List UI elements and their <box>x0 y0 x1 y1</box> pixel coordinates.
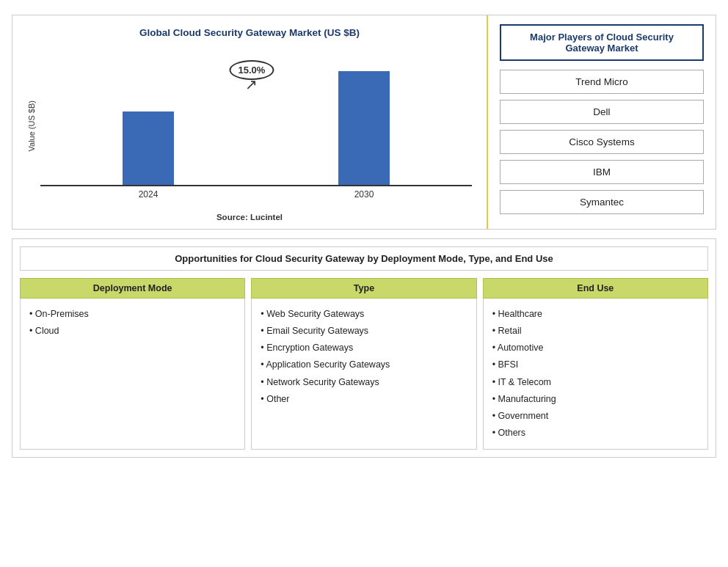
player-cisco: Cisco Systems <box>500 130 704 154</box>
type-item-0: Web Security Gateways <box>261 306 467 323</box>
source-text: Source: Lucintel <box>216 213 283 222</box>
enduse-item-2: Automotive <box>492 340 699 356</box>
type-item-5: Other <box>261 391 467 408</box>
player-symantec: Symantec <box>500 190 704 214</box>
column-body-type: Web Security Gateways Email Security Gat… <box>251 299 476 450</box>
enduse-item-4: IT & Telecom <box>492 374 699 391</box>
enduse-item-3: BFSI <box>492 356 699 373</box>
bottom-section: Opportunities for Cloud Security Gateway… <box>12 238 716 458</box>
player-trend-micro: Trend Micro <box>500 70 704 94</box>
chart-area: Value (US $B) 15.0% ↗ <box>27 45 472 207</box>
players-title: Major Players of Cloud Security Gateway … <box>500 24 704 61</box>
type-item-4: Network Security Gateways <box>261 374 467 391</box>
enduse-item-5: Manufacturing <box>492 391 699 408</box>
enduse-item-7: Others <box>492 425 699 442</box>
player-ibm: IBM <box>500 160 704 184</box>
columns-container: Deployment Mode On-Premises Cloud Type W… <box>20 278 708 450</box>
x-labels: 2024 2030 <box>40 186 472 200</box>
column-header-type: Type <box>251 278 476 299</box>
bar-2024 <box>123 111 174 185</box>
y-axis-label: Value (US $B) <box>27 100 36 152</box>
column-enduse: End Use Healthcare Retail Automotive BFS… <box>483 278 708 450</box>
bar-2030 <box>338 71 390 185</box>
type-item-3: Application Security Gateways <box>261 356 467 373</box>
enduse-item-1: Retail <box>492 323 699 340</box>
enduse-item-6: Government <box>492 408 699 425</box>
opportunities-title: Opportunities for Cloud Security Gateway… <box>20 246 708 271</box>
chart-section: Global Cloud Security Gateway Market (US… <box>12 15 488 229</box>
players-section: Major Players of Cloud Security Gateway … <box>488 15 716 229</box>
chart-title: Global Cloud Security Gateway Market (US… <box>139 27 360 38</box>
column-body-deployment: On-Premises Cloud <box>20 299 245 450</box>
player-dell: Dell <box>500 100 704 124</box>
column-body-enduse: Healthcare Retail Automotive BFSI IT & T… <box>483 299 708 450</box>
cagr-annotation: 15.0% ↗ <box>229 60 274 92</box>
main-container: Global Cloud Security Gateway Market (US… <box>12 15 716 458</box>
column-header-enduse: End Use <box>483 278 708 299</box>
bars-row: 15.0% ↗ <box>40 45 472 185</box>
cagr-arrow: ↗ <box>245 77 258 92</box>
x-label-2024: 2024 <box>40 186 256 200</box>
type-item-1: Email Security Gateways <box>261 323 467 340</box>
bar-wrapper-2024 <box>40 45 256 185</box>
top-section: Global Cloud Security Gateway Market (US… <box>12 15 716 230</box>
bars-container: 15.0% ↗ 2024 2030 <box>40 45 472 207</box>
bar-wrapper-2030 <box>256 45 472 185</box>
column-deployment: Deployment Mode On-Premises Cloud <box>20 278 245 450</box>
deployment-item-0: On-Premises <box>29 306 236 323</box>
enduse-item-0: Healthcare <box>492 306 699 323</box>
column-type: Type Web Security Gateways Email Securit… <box>251 278 476 450</box>
x-label-2030: 2030 <box>256 186 472 200</box>
column-header-deployment: Deployment Mode <box>20 278 245 299</box>
deployment-item-1: Cloud <box>29 323 236 340</box>
type-item-2: Encryption Gateways <box>261 340 467 356</box>
